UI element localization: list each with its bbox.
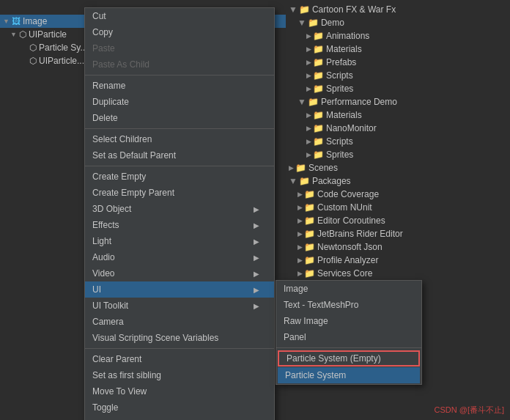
arrow-right-icon: ▶ [254,221,259,229]
arrow-icon: ▶ [289,164,294,172]
hierarchy-label: Image [23,16,47,26]
folder-icon: 📁 [313,123,324,133]
project-item[interactable]: ▶ 📁 NanoMonitor [286,122,510,135]
folder-icon: 📁 [313,136,324,147]
item-label: Packages [312,176,351,186]
menu-item-cut[interactable]: Cut [85,8,274,24]
project-item[interactable]: ▶ 📁 Sprites [286,82,510,95]
project-item[interactable]: ▶ 📁 Scripts [286,69,510,82]
item-label: Demo [321,18,344,28]
item-label: Sprites [326,150,353,160]
arrow-icon: ▶ [306,59,311,66]
hierarchy-label: Particle Sy... [39,43,87,53]
project-item-performance-demo[interactable]: ▼ 📁 Performance Demo [286,95,510,108]
project-item[interactable]: ▶ 📁 Prefabs [286,56,510,69]
menu-item-ui[interactable]: UI ▶ Image Text - TextMeshPro Raw Image … [85,281,274,298]
folder-icon: 📁 [313,110,324,120]
arrow-icon: ▶ [306,138,311,145]
item-label: Newtonsoft Json [317,242,382,252]
menu-item-video[interactable]: Video ▶ [85,265,274,281]
folder-icon: 📁 [299,176,310,186]
project-item[interactable]: ▶ 📁 Scripts [286,135,510,148]
menu-item-create-empty[interactable]: Create Empty [85,169,274,185]
project-item[interactable]: ▶ 📁 Materials [286,43,510,56]
submenu-item-image[interactable]: Image [276,281,421,297]
project-item[interactable]: ▶ 📁 Code Coverage [286,188,510,201]
menu-item-align-with-view[interactable]: Align With View [85,416,274,420]
menu-item-effects[interactable]: Effects ▶ [85,217,274,233]
menu-item-clear-parent[interactable]: Clear Parent [85,351,274,367]
arrow-right-icon: ▶ [254,302,259,310]
uiparticle2-icon: ⬡ [29,56,37,66]
folder-icon: 📁 [308,18,319,28]
project-item-services-core[interactable]: ▶ 📁 Services Core [286,267,510,280]
item-label: JetBrains Rider Editor [317,229,403,239]
uiparticle-icon: ⬡ [19,29,26,40]
menu-item-duplicate[interactable]: Duplicate [85,94,274,110]
arrow-right-icon: ▶ [254,270,259,278]
project-item[interactable]: ▼ 📁 Demo [286,16,510,29]
project-item[interactable]: ▶ 📁 Profile Analyzer [286,254,510,267]
project-item[interactable]: ▼ 📁 Cartoon FX & War Fx [286,3,510,16]
menu-item-set-default-parent[interactable]: Set as Default Parent [85,147,274,163]
item-label: Custom NUnit [317,202,372,213]
ui-submenu: Image Text - TextMeshPro Raw Image Panel… [276,280,422,385]
arrow-icon: ▶ [306,45,311,53]
submenu-item-particle-system[interactable]: Particle System [278,367,420,383]
arrow-icon: ▶ [306,151,311,158]
arrow-right-icon: ▶ [254,254,259,262]
project-item[interactable]: ▶ 📁 Animations [286,29,510,43]
submenu-item-particle-system-empty[interactable]: Particle System (Empty) [278,350,420,366]
arrow-icon: ▶ [306,32,311,40]
arrow-icon: ▶ [306,72,311,79]
arrow-right-icon: ▶ [254,286,259,294]
menu-item-delete[interactable]: Delete [85,110,274,126]
folder-icon: 📁 [313,57,324,67]
project-item[interactable]: ▶ 📁 Custom NUnit [286,201,510,214]
menu-item-select-children[interactable]: Select Children [85,131,274,147]
menu-item-rename[interactable]: Rename [85,78,274,94]
item-label: Animations [326,31,369,41]
arrow-icon: ▶ [298,257,303,264]
project-item[interactable]: ▶ 📁 Materials [286,108,510,122]
submenu-item-raw-image[interactable]: Raw Image [276,313,421,329]
menu-item-3d-object[interactable]: 3D Object ▶ [85,201,274,217]
project-item-packages[interactable]: ▼ 📁 Packages [286,174,510,188]
submenu-item-text-tmp[interactable]: Text - TextMeshPro [276,297,421,313]
separator [276,347,421,348]
hierarchy-label: UIParticle [29,29,67,40]
project-item[interactable]: ▶ 📁 Sprites [286,148,510,161]
menu-item-visual-scripting[interactable]: Visual Scripting Scene Variables [85,330,274,346]
menu-item-audio[interactable]: Audio ▶ [85,249,274,265]
folder-icon: 📁 [313,150,324,160]
folder-icon: 📁 [304,255,315,265]
folder-icon: 📁 [304,268,315,279]
folder-icon: 📁 [304,229,315,239]
menu-item-camera[interactable]: Camera [85,314,274,330]
project-item[interactable]: ▶ 📁 JetBrains Rider Editor [286,227,510,240]
folder-icon: 📁 [304,202,315,213]
menu-item-create-empty-parent[interactable]: Create Empty Parent [85,185,274,201]
menu-item-light[interactable]: Light ▶ [85,233,274,249]
folder-icon: 📁 [304,189,315,199]
folder-icon: 📁 [308,97,319,107]
folder-icon: 📁 [304,242,315,252]
menu-item-set-first-sibling[interactable]: Set as first sibling [85,367,274,383]
menu-item-copy[interactable]: Copy [85,24,274,40]
arrow-icon: ▼ [10,31,19,38]
item-label: Performance Demo [321,97,397,107]
image-icon: 🖼 [12,16,21,26]
menu-item-ui-toolkit[interactable]: UI Toolkit ▶ [85,298,274,314]
project-item-scenes[interactable]: ▶ 📁 Scenes [286,161,510,174]
submenu-item-panel[interactable]: Panel [276,329,421,345]
project-item[interactable]: ▶ 📁 Editor Coroutines [286,214,510,227]
folder-icon: 📁 [295,163,306,173]
menu-item-toggle[interactable]: Toggle [85,399,274,416]
item-label: Profile Analyzer [317,255,378,265]
hierarchy-label: UIParticle... [39,56,84,66]
menu-item-move-to-view[interactable]: Move To View [85,383,274,399]
project-item[interactable]: ▶ 📁 Newtonsoft Json [286,240,510,254]
particle-icon: ⬡ [29,43,37,53]
item-label: Scenes [308,163,338,173]
separator [85,128,274,129]
